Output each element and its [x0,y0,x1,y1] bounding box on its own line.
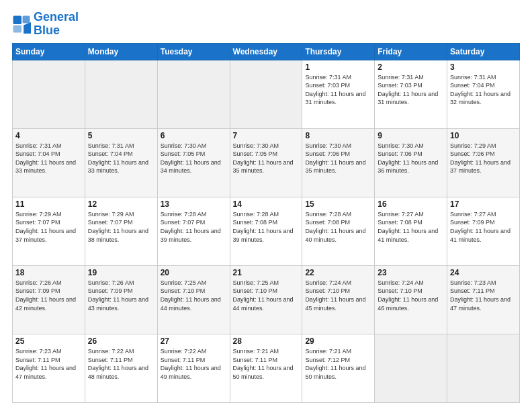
day-number: 19 [88,268,154,277]
day-info: Sunrise: 7:31 AM Sunset: 7:04 PM Dayligh… [88,142,154,175]
day-info: Sunrise: 7:28 AM Sunset: 7:08 PM Dayligh… [233,210,300,244]
day-cell: 13Sunrise: 7:28 AM Sunset: 7:07 PM Dayli… [157,197,230,265]
day-info: Sunrise: 7:28 AM Sunset: 7:07 PM Dayligh… [161,210,227,244]
day-cell [230,60,302,128]
logo: General Blue [12,11,79,38]
day-info: Sunrise: 7:22 AM Sunset: 7:11 PM Dayligh… [88,347,154,381]
day-number: 13 [161,199,227,209]
day-cell: 18Sunrise: 7:26 AM Sunset: 7:09 PM Dayli… [13,265,85,334]
day-cell [13,60,85,128]
logo-text: General Blue [34,11,79,38]
day-cell: 23Sunrise: 7:24 AM Sunset: 7:10 PM Dayli… [375,265,447,334]
weekday-header-sunday: Sunday [13,43,85,60]
day-number: 22 [305,268,371,277]
weekday-header-monday: Monday [85,43,157,60]
weekday-header-tuesday: Tuesday [157,43,230,60]
day-info: Sunrise: 7:26 AM Sunset: 7:09 PM Dayligh… [15,279,82,312]
day-number: 26 [88,336,154,346]
day-cell: 7Sunrise: 7:30 AM Sunset: 7:05 PM Daylig… [230,128,302,197]
day-info: Sunrise: 7:28 AM Sunset: 7:08 PM Dayligh… [305,210,371,244]
day-number: 10 [450,131,517,140]
svg-rect-3 [13,25,21,32]
weekday-header-row: SundayMondayTuesdayWednesdayThursdayFrid… [13,43,520,60]
day-info: Sunrise: 7:31 AM Sunset: 7:03 PM Dayligh… [378,73,444,107]
day-number: 29 [305,336,371,346]
week-row-4: 18Sunrise: 7:26 AM Sunset: 7:09 PM Dayli… [13,265,520,334]
day-number: 3 [450,62,517,72]
day-info: Sunrise: 7:27 AM Sunset: 7:09 PM Dayligh… [450,210,517,244]
day-number: 7 [233,131,300,140]
day-info: Sunrise: 7:24 AM Sunset: 7:10 PM Dayligh… [378,279,444,312]
day-info: Sunrise: 7:21 AM Sunset: 7:12 PM Dayligh… [305,347,371,381]
day-info: Sunrise: 7:23 AM Sunset: 7:11 PM Dayligh… [15,347,82,381]
day-cell: 14Sunrise: 7:28 AM Sunset: 7:08 PM Dayli… [230,197,302,265]
day-cell [85,60,157,128]
logo-icon [12,15,31,34]
day-info: Sunrise: 7:30 AM Sunset: 7:06 PM Dayligh… [378,142,444,175]
day-number: 2 [378,62,444,72]
day-number: 15 [305,199,371,209]
day-number: 27 [161,336,227,346]
day-cell: 9Sunrise: 7:30 AM Sunset: 7:06 PM Daylig… [375,128,447,197]
day-info: Sunrise: 7:29 AM Sunset: 7:07 PM Dayligh… [88,210,154,244]
day-number: 28 [233,336,300,346]
weekday-header-friday: Friday [375,43,447,60]
day-cell: 5Sunrise: 7:31 AM Sunset: 7:04 PM Daylig… [85,128,157,197]
week-row-5: 25Sunrise: 7:23 AM Sunset: 7:11 PM Dayli… [13,334,520,402]
day-number: 6 [161,131,227,140]
day-cell: 3Sunrise: 7:31 AM Sunset: 7:04 PM Daylig… [447,60,520,128]
day-info: Sunrise: 7:30 AM Sunset: 7:05 PM Dayligh… [161,142,227,175]
day-number: 12 [88,199,154,209]
day-cell: 1Sunrise: 7:31 AM Sunset: 7:03 PM Daylig… [302,60,375,128]
page: General Blue SundayMondayTuesdayWednesda… [0,0,532,411]
day-cell: 2Sunrise: 7:31 AM Sunset: 7:03 PM Daylig… [375,60,447,128]
week-row-1: 1Sunrise: 7:31 AM Sunset: 7:03 PM Daylig… [13,60,520,128]
day-info: Sunrise: 7:21 AM Sunset: 7:11 PM Dayligh… [233,347,300,381]
day-info: Sunrise: 7:23 AM Sunset: 7:11 PM Dayligh… [450,279,517,312]
day-number: 1 [305,62,371,72]
header: General Blue [12,11,520,38]
day-info: Sunrise: 7:30 AM Sunset: 7:05 PM Dayligh… [233,142,300,175]
day-info: Sunrise: 7:24 AM Sunset: 7:10 PM Dayligh… [305,279,371,312]
day-info: Sunrise: 7:29 AM Sunset: 7:06 PM Dayligh… [450,142,517,175]
day-cell: 28Sunrise: 7:21 AM Sunset: 7:11 PM Dayli… [230,334,302,402]
day-number: 20 [161,268,227,277]
day-info: Sunrise: 7:27 AM Sunset: 7:08 PM Dayligh… [378,210,444,244]
day-number: 17 [450,199,517,209]
svg-rect-1 [23,15,30,23]
day-cell: 24Sunrise: 7:23 AM Sunset: 7:11 PM Dayli… [447,265,520,334]
week-row-3: 11Sunrise: 7:29 AM Sunset: 7:07 PM Dayli… [13,197,520,265]
day-info: Sunrise: 7:25 AM Sunset: 7:10 PM Dayligh… [161,279,227,312]
day-number: 16 [378,199,444,209]
day-number: 11 [15,199,82,209]
svg-rect-0 [13,15,21,24]
day-cell: 12Sunrise: 7:29 AM Sunset: 7:07 PM Dayli… [85,197,157,265]
day-info: Sunrise: 7:25 AM Sunset: 7:10 PM Dayligh… [233,279,300,312]
day-cell: 16Sunrise: 7:27 AM Sunset: 7:08 PM Dayli… [375,197,447,265]
day-number: 14 [233,199,300,209]
day-cell [157,60,230,128]
day-info: Sunrise: 7:31 AM Sunset: 7:04 PM Dayligh… [15,142,82,175]
day-cell: 17Sunrise: 7:27 AM Sunset: 7:09 PM Dayli… [447,197,520,265]
day-number: 24 [450,268,517,277]
day-cell: 26Sunrise: 7:22 AM Sunset: 7:11 PM Dayli… [85,334,157,402]
weekday-header-thursday: Thursday [302,43,375,60]
day-cell: 27Sunrise: 7:22 AM Sunset: 7:11 PM Dayli… [157,334,230,402]
day-info: Sunrise: 7:30 AM Sunset: 7:06 PM Dayligh… [305,142,371,175]
day-cell [375,334,447,402]
day-cell: 19Sunrise: 7:26 AM Sunset: 7:09 PM Dayli… [85,265,157,334]
day-cell: 21Sunrise: 7:25 AM Sunset: 7:10 PM Dayli… [230,265,302,334]
day-cell [447,334,520,402]
day-info: Sunrise: 7:31 AM Sunset: 7:04 PM Dayligh… [450,73,517,107]
day-info: Sunrise: 7:29 AM Sunset: 7:07 PM Dayligh… [15,210,82,244]
calendar-table: SundayMondayTuesdayWednesdayThursdayFrid… [12,43,520,403]
day-number: 4 [15,131,82,140]
day-number: 25 [15,336,82,346]
day-cell: 22Sunrise: 7:24 AM Sunset: 7:10 PM Dayli… [302,265,375,334]
day-info: Sunrise: 7:31 AM Sunset: 7:03 PM Dayligh… [305,73,371,107]
day-cell: 10Sunrise: 7:29 AM Sunset: 7:06 PM Dayli… [447,128,520,197]
weekday-header-wednesday: Wednesday [230,43,302,60]
day-number: 18 [15,268,82,277]
day-number: 9 [378,131,444,140]
day-cell: 4Sunrise: 7:31 AM Sunset: 7:04 PM Daylig… [13,128,85,197]
